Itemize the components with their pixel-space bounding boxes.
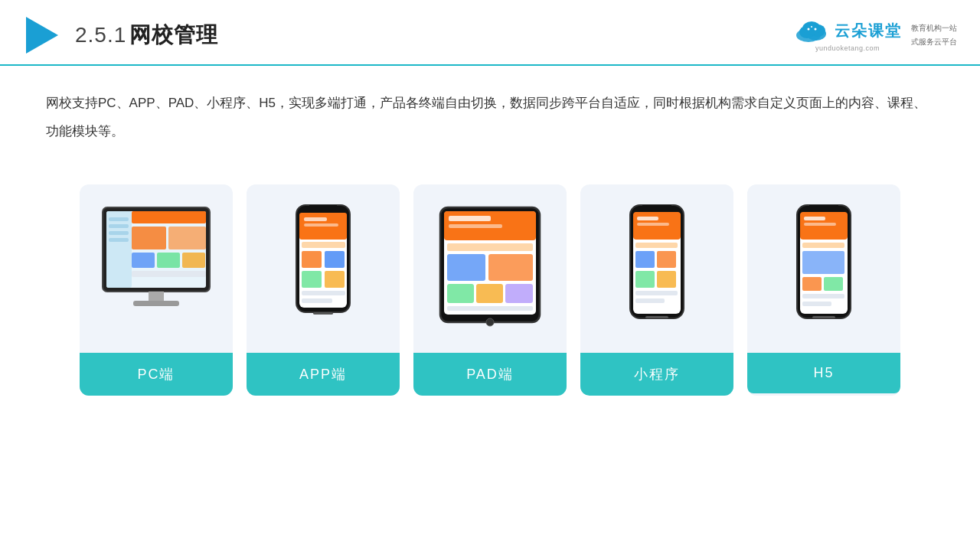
svg-point-5 <box>802 21 821 35</box>
svg-rect-65 <box>645 316 668 318</box>
svg-rect-19 <box>132 253 155 268</box>
svg-rect-49 <box>505 284 533 303</box>
svg-rect-61 <box>635 271 655 288</box>
svg-rect-38 <box>313 312 333 315</box>
card-pad-label: PAD端 <box>413 353 567 396</box>
svg-rect-43 <box>449 224 502 228</box>
svg-rect-72 <box>802 243 844 248</box>
svg-point-8 <box>815 28 817 31</box>
svg-rect-74 <box>802 277 822 291</box>
card-pc: PC端 <box>80 184 233 396</box>
h5-device-icon <box>789 204 858 334</box>
card-pc-label: PC端 <box>80 353 233 396</box>
card-miniprogram-label: 小程序 <box>580 353 733 396</box>
card-pad-image <box>429 200 551 337</box>
svg-rect-47 <box>447 284 474 303</box>
pad-device-icon <box>429 204 551 334</box>
card-app-image <box>262 200 384 337</box>
header-left: 2.5.1网校管理 <box>23 14 218 57</box>
svg-rect-46 <box>488 254 533 281</box>
svg-point-7 <box>811 26 812 28</box>
svg-rect-57 <box>637 223 669 226</box>
svg-rect-21 <box>182 253 205 268</box>
svg-rect-37 <box>302 298 332 303</box>
svg-rect-58 <box>635 243 678 248</box>
svg-rect-11 <box>106 211 132 288</box>
platform-cards: PC端 <box>0 161 980 419</box>
svg-rect-78 <box>812 316 835 318</box>
description-text: 网校支持PC、APP、PAD、小程序、H5，实现多端打通，产品各终端自由切换，数… <box>0 66 980 154</box>
card-h5: H5 <box>747 184 900 396</box>
brand-tagline-line1: 教育机构一站 <box>911 21 957 35</box>
svg-point-51 <box>486 318 494 326</box>
svg-rect-75 <box>824 277 843 291</box>
svg-rect-23 <box>149 292 164 301</box>
svg-rect-24 <box>133 301 179 306</box>
svg-rect-76 <box>802 294 844 298</box>
card-pc-image <box>95 200 217 337</box>
logo-triangle-icon <box>23 14 61 57</box>
page-title: 2.5.1网校管理 <box>75 21 218 50</box>
card-miniprogram: 小程序 <box>580 184 733 396</box>
svg-rect-56 <box>637 217 658 220</box>
brand-tagline-line2: 式服务云平台 <box>911 35 957 49</box>
svg-rect-13 <box>109 224 129 228</box>
svg-rect-20 <box>157 253 180 268</box>
svg-rect-62 <box>657 271 676 288</box>
svg-rect-50 <box>447 306 533 311</box>
svg-rect-15 <box>109 238 129 242</box>
svg-marker-0 <box>26 17 58 54</box>
card-app: APP端 <box>247 184 400 396</box>
card-h5-label: H5 <box>747 353 900 393</box>
svg-rect-31 <box>302 242 345 248</box>
app-device-icon <box>285 204 361 334</box>
svg-rect-34 <box>302 271 322 288</box>
svg-rect-12 <box>109 217 129 221</box>
svg-rect-35 <box>325 271 345 288</box>
svg-rect-32 <box>302 251 322 268</box>
svg-rect-67 <box>809 205 838 212</box>
svg-rect-53 <box>642 205 671 212</box>
pc-device-icon <box>95 204 217 334</box>
svg-rect-33 <box>325 251 345 268</box>
card-h5-image <box>763 200 885 337</box>
svg-rect-26 <box>309 205 337 213</box>
svg-point-6 <box>808 28 810 31</box>
svg-rect-73 <box>802 251 844 274</box>
svg-rect-60 <box>657 251 676 268</box>
svg-rect-48 <box>476 284 503 303</box>
svg-rect-29 <box>304 217 327 221</box>
svg-rect-59 <box>635 251 655 268</box>
svg-rect-63 <box>635 291 678 295</box>
svg-rect-30 <box>304 223 338 227</box>
card-pad: PAD端 <box>413 184 567 396</box>
svg-rect-44 <box>447 243 533 251</box>
svg-rect-45 <box>447 254 485 281</box>
brand-name-en: yunduoketang.com <box>815 44 880 52</box>
miniprogram-device-icon <box>622 204 691 334</box>
brand-logo: 云朵课堂 yunduoketang.com 教育机构一站 式服务云平台 <box>793 18 957 52</box>
svg-rect-18 <box>168 227 206 249</box>
svg-rect-77 <box>802 302 831 306</box>
svg-rect-64 <box>635 298 665 303</box>
svg-rect-17 <box>132 227 166 249</box>
card-app-label: APP端 <box>247 353 400 396</box>
header: 2.5.1网校管理 云朵课堂 yunduoketang.c <box>0 0 980 66</box>
svg-rect-14 <box>109 231 129 235</box>
svg-rect-70 <box>804 217 825 220</box>
card-miniprogram-image <box>596 200 718 337</box>
brand-name-cn: 云朵课堂 <box>835 21 902 41</box>
svg-rect-36 <box>302 291 345 295</box>
svg-rect-71 <box>804 223 836 226</box>
svg-rect-16 <box>132 211 206 223</box>
svg-rect-42 <box>449 216 491 221</box>
svg-rect-22 <box>132 271 206 277</box>
cloud-icon <box>793 18 830 43</box>
